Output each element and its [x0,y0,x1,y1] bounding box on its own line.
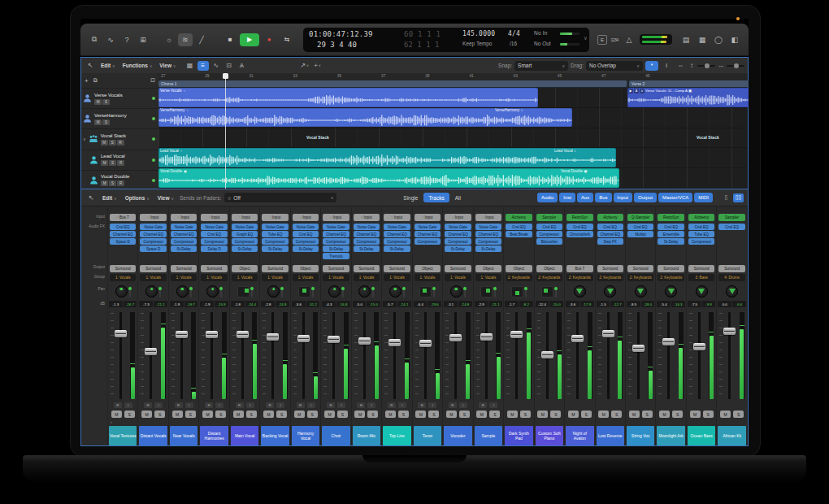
channel-name-button[interactable]: Room Mic [353,426,380,445]
group-slot[interactable]: 1: Vocals [354,274,380,281]
pan-knob[interactable] [145,285,158,298]
pan-control[interactable] [717,284,746,299]
channel-name-button[interactable]: Dark Synth Pad [505,426,532,445]
note-pads-icon[interactable]: ▦ [695,33,710,46]
audio-fx-slot[interactable]: Noise Gate [414,224,441,230]
object-pan-pad[interactable] [511,286,523,298]
channel-name-button[interactable]: Vocal Textures [109,426,137,445]
group-slot[interactable]: 1: Vocals [171,274,197,281]
automation-icon[interactable]: ∿ [211,61,222,71]
input-monitor-button[interactable]: I [307,402,315,408]
record-enable-button[interactable]: R [418,402,426,408]
pan-mini-slider[interactable] [190,286,192,298]
take-button[interactable]: A [634,89,639,93]
pan-mini-slider[interactable] [403,286,405,298]
environment-icon[interactable]: E [597,35,607,45]
output-slot[interactable]: Surround [201,265,227,272]
horizontal-zoom-slider[interactable] [727,65,744,67]
output-slot[interactable]: Object [475,265,501,272]
pan-control[interactable] [230,284,259,299]
group-slot[interactable]: 1: Vocals [384,274,410,281]
track-header[interactable]: Lead VocalMSR [81,150,158,171]
mixer-filter-input-button[interactable]: Input [614,193,632,202]
output-slot[interactable]: Surround [140,265,166,272]
surround-pan-knob[interactable] [604,285,616,298]
pan-control[interactable] [321,284,350,299]
audio-fx-slot[interactable]: Channel EQ [475,231,501,237]
mute-button[interactable]: M [354,411,365,418]
pan-control[interactable] [504,284,533,299]
solo-button[interactable]: S [581,411,592,418]
audio-fx-slot[interactable]: Compressor [293,238,319,245]
take-button[interactable]: ∧ [640,89,645,93]
nudge-icon[interactable]: ☼ [162,33,176,46]
mute-button[interactable]: M [94,119,102,125]
group-slot[interactable]: 2: Keyboards [597,274,623,281]
arrangement-marker[interactable]: Chorus 1 [158,80,627,87]
object-pan-pad[interactable] [298,286,310,298]
record-enable-button[interactable]: R [114,402,122,408]
audio-fx-slot[interactable]: Compressor [262,238,288,245]
record-enable-button[interactable]: R [117,180,124,186]
channel-name-button[interactable]: Near Vocals [170,426,197,445]
audio-fx-slot[interactable]: St-Delay [354,245,380,252]
group-slot[interactable]: 1: Vocals [232,274,258,281]
audio-fx-slot[interactable]: Channel EQ [110,231,136,237]
mute-button[interactable]: M [141,411,152,418]
pan-mini-slider[interactable] [312,286,314,298]
pan-knob[interactable] [176,285,189,298]
fader-handle[interactable] [267,333,279,341]
audio-fx-slot[interactable]: Channel EQ [445,231,471,237]
pan-knob[interactable] [328,285,341,298]
mixer-filter-mastervca-button[interactable]: Master/VCA [658,193,692,202]
mute-button[interactable]: M [172,411,183,418]
fader-handle[interactable] [145,348,157,355]
audio-fx-slot[interactable]: Noise Gate [475,224,501,230]
track-lane[interactable]: Vocal Double▣Vocal Double ▣ [158,168,748,189]
audio-fx-slot[interactable]: Cnsl EQ [718,224,744,230]
input-slot[interactable]: Sampler [718,214,744,221]
fader-handle[interactable] [388,339,401,346]
pan-mini-slider[interactable] [555,286,557,298]
mute-button[interactable]: M [263,411,274,418]
audio-fx-slot[interactable]: Space D [110,238,136,245]
group-slot[interactable]: 2: Keyboards [627,274,653,281]
audio-fx-slot[interactable]: Step FX [597,238,623,245]
mute-button[interactable]: M [598,411,609,418]
solo-button[interactable]: S [154,411,165,418]
pan-knob[interactable] [115,285,128,298]
audio-fx-slot[interactable]: St-Delay [323,245,349,252]
audio-fx-slot[interactable]: Multipr [627,231,653,237]
solo-button[interactable]: S [733,411,744,418]
input-slot[interactable]: □Input [384,214,410,221]
input-slot[interactable]: RetroSyn [566,214,592,221]
mute-button[interactable]: M [385,411,396,418]
channel-name-button[interactable]: Choir [322,426,349,445]
group-slot[interactable]: 1: Vocals [201,274,227,281]
solo-button[interactable]: S [276,411,287,418]
mute-button[interactable]: M [476,411,487,418]
mute-button[interactable]: M [720,411,731,418]
fader-handle[interactable] [541,351,553,358]
audio-fx-slot[interactable]: Compressor [201,238,227,245]
pan-mini-slider[interactable] [464,286,466,298]
channel-name-button[interactable]: Top Line [383,426,410,445]
group-slot[interactable]: 4: Drums [718,274,744,281]
solo-button[interactable]: S [672,411,683,418]
group-slot[interactable]: 1: Vocals [140,274,166,281]
audio-fx-slot[interactable]: St-Delay [658,238,684,245]
audio-fx-slot[interactable]: St-Delay [293,245,319,252]
channel-name-button[interactable]: Lost Reverse [597,426,624,445]
solo-button[interactable]: S [124,411,135,418]
fader-handle[interactable] [237,331,249,338]
output-slot[interactable]: Surround [445,265,471,272]
track-header[interactable]: ∨Vocal StackMSR [81,129,158,150]
audio-fx-slot[interactable]: Noise Gate [293,224,319,230]
mute-button[interactable]: M [446,411,457,418]
track-lane[interactable]: Verse Vocals○▶A∧Verse Vocals: 11 - Comp … [158,88,748,108]
cycle-button[interactable]: ⇆ [279,33,295,46]
audio-fx-slot[interactable]: Noise Gate [445,224,471,230]
channel-name-button[interactable]: African Kit [718,426,745,445]
output-slot[interactable]: Surround [688,265,714,272]
audio-fx-slot[interactable]: Compressor [384,238,410,245]
